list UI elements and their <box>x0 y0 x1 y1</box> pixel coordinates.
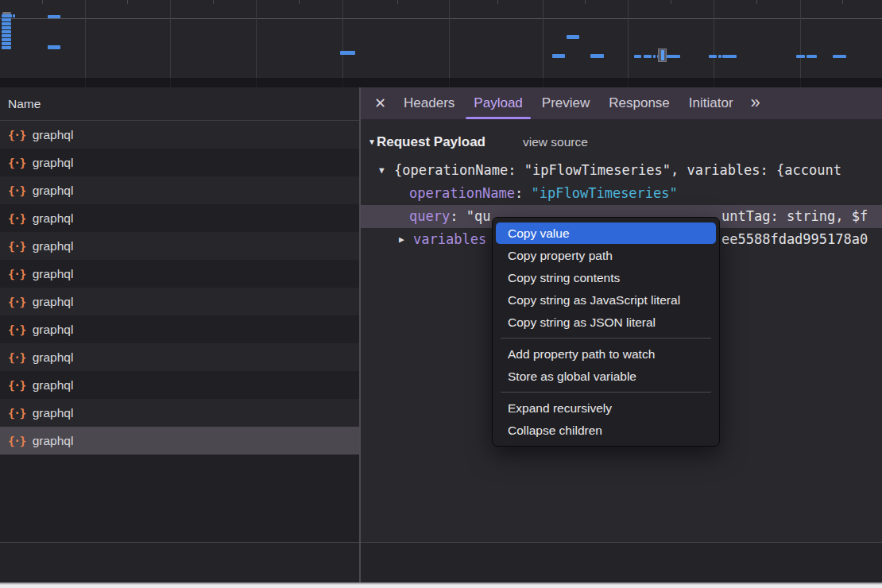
network-request-list: {·}graphql{·}graphql{·}graphql{·}graphql… <box>0 121 360 455</box>
json-key: query <box>409 208 450 224</box>
timeline-request-bar <box>2 46 11 49</box>
timeline-request-bar <box>667 55 680 58</box>
timeline-tick <box>42 0 43 4</box>
tab-headers[interactable]: Headers <box>394 87 464 119</box>
panel-split-divider[interactable] <box>359 87 361 582</box>
json-string-value: "ipFlowTimeseries" <box>532 185 678 201</box>
timeline-selected-request-bar <box>661 50 664 60</box>
timeline-request-bar <box>590 54 604 58</box>
panel-footer <box>0 542 882 582</box>
timeline-tick <box>585 0 586 4</box>
network-request-panel: Name {·}graphql{·}graphql{·}graphql{·}gr… <box>0 87 360 582</box>
timeline-request-bar <box>833 55 846 58</box>
timeline-request-bar <box>718 55 721 58</box>
disclosure-right-icon[interactable]: ▶ <box>399 228 404 251</box>
timeline-tick <box>397 0 398 4</box>
timeline-tick <box>127 0 128 4</box>
view-source-link[interactable]: view source <box>523 131 588 153</box>
menu-item-copy-string-contents[interactable]: Copy string contents <box>496 267 716 288</box>
network-request-row[interactable]: {·}graphql <box>0 371 360 399</box>
timeline-request-bar <box>48 45 60 49</box>
timeline-request-bar <box>709 55 717 58</box>
timeline-request-bar <box>796 55 805 58</box>
tab-preview[interactable]: Preview <box>532 87 599 119</box>
network-request-row[interactable]: {·}graphql <box>0 204 360 232</box>
json-braces-icon: {·} <box>8 184 25 197</box>
timeline-request-bar <box>2 14 12 17</box>
request-name: graphql <box>33 323 74 337</box>
menu-item-copy-value[interactable]: Copy value <box>496 222 716 244</box>
key-value-separator: : <box>515 185 531 201</box>
timeline-tick <box>213 0 214 4</box>
request-payload-section-header[interactable]: ▼ Request Payload view source <box>361 131 882 153</box>
timeline-overview[interactable] <box>0 0 882 87</box>
menu-item-add-property-path-to-watch[interactable]: Add property path to watch <box>496 343 716 365</box>
payload-summary-row[interactable]: ▼ {operationName: "ipFlowTimeseries", va… <box>361 159 882 182</box>
timeline-gridline <box>449 0 450 87</box>
timeline-request-bar <box>340 51 355 55</box>
timeline-request-bar <box>567 35 579 39</box>
menu-item-copy-string-as-json-literal[interactable]: Copy string as JSON literal <box>496 311 716 333</box>
json-braces-icon: {·} <box>8 407 25 420</box>
timeline-gridline <box>170 0 171 87</box>
timeline-request-bar <box>13 14 15 17</box>
json-key: variables <box>413 228 486 251</box>
network-request-row[interactable]: {·}graphql <box>0 121 360 149</box>
timeline-request-bar <box>2 26 11 29</box>
json-braces-icon: {·} <box>8 240 25 253</box>
request-name: graphql <box>33 156 74 170</box>
request-name: graphql <box>33 378 74 393</box>
variables-value-right-fragment: ee5588fdad995178a0 <box>721 228 868 251</box>
window-bottom-edge <box>0 582 882 588</box>
menu-item-expand-recursively[interactable]: Expand recursively <box>496 397 716 419</box>
network-request-row[interactable]: {·}graphql <box>0 288 360 315</box>
network-request-row[interactable]: {·}graphql <box>0 399 360 427</box>
timeline-tick <box>842 0 843 4</box>
json-braces-icon: {·} <box>8 351 25 364</box>
request-name: graphql <box>33 406 74 420</box>
request-name: graphql <box>33 295 74 309</box>
tab-response[interactable]: Response <box>599 87 679 119</box>
query-value-right-fragment: untTag: string, $f <box>721 205 868 228</box>
request-name: graphql <box>33 434 74 448</box>
timeline-tick <box>299 0 300 4</box>
timeline-request-bar <box>2 34 11 37</box>
request-name: graphql <box>33 128 74 142</box>
menu-item-collapse-children[interactable]: Collapse children <box>496 420 716 441</box>
timeline-request-bar <box>2 42 11 45</box>
json-braces-icon: {·} <box>8 129 25 141</box>
json-key: operationName <box>409 185 515 201</box>
network-request-row[interactable]: {·}graphql <box>0 260 360 288</box>
timeline-tick <box>756 0 757 4</box>
menu-item-copy-property-path[interactable]: Copy property path <box>496 245 716 266</box>
timeline-request-bar <box>552 54 565 58</box>
menu-item-store-as-global-variable[interactable]: Store as global variable <box>496 366 716 387</box>
network-request-row[interactable]: {·}graphql <box>0 176 360 204</box>
network-request-row[interactable]: {·}graphql <box>0 149 360 176</box>
devtools-network-panel: Name {·}graphql{·}graphql{·}graphql{·}gr… <box>0 0 882 588</box>
menu-item-copy-string-as-javascript-literal[interactable]: Copy string as JavaScript literal <box>496 289 716 311</box>
payload-row-operation-name[interactable]: operationName: "ipFlowTimeseries" <box>361 182 882 205</box>
json-braces-icon: {·} <box>8 379 25 392</box>
tab-payload[interactable]: Payload <box>464 87 532 119</box>
timeline-gridline <box>628 0 629 87</box>
timeline-request-bar <box>48 15 60 18</box>
section-disclosure-icon[interactable]: ▼ <box>368 131 376 153</box>
timeline-request-bar <box>2 18 11 21</box>
network-request-row[interactable]: {·}graphql <box>0 427 360 455</box>
request-name: graphql <box>33 211 74 226</box>
tab-initiator[interactable]: Initiator <box>679 87 743 119</box>
query-value-left-fragment: : "qu <box>450 208 490 224</box>
network-name-column-header[interactable]: Name <box>0 87 360 121</box>
more-tabs-button[interactable]: » <box>743 87 768 119</box>
network-request-row[interactable]: {·}graphql <box>0 232 360 260</box>
timeline-request-bar <box>644 55 652 58</box>
close-icon[interactable]: ✕ <box>374 95 386 112</box>
section-title: Request Payload <box>377 131 485 153</box>
request-name: graphql <box>33 267 74 281</box>
timeline-gridline <box>85 0 86 87</box>
network-request-row[interactable]: {·}graphql <box>0 343 360 371</box>
network-request-row[interactable]: {·}graphql <box>0 315 360 343</box>
disclosure-down-icon[interactable]: ▼ <box>379 159 385 182</box>
timeline-request-bar <box>653 55 656 58</box>
